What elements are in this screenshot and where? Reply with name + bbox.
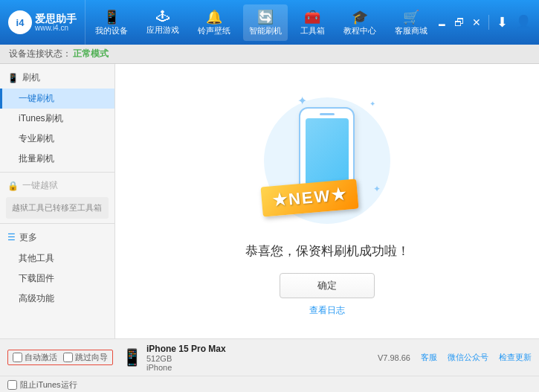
sidebar-item-other[interactable]: 其他工具	[0, 248, 114, 269]
itunes-checkbox[interactable]	[7, 380, 17, 390]
skip-guide-checkbox: 跳过向导	[63, 352, 108, 363]
success-text: 恭喜您，保资料刷机成功啦！	[245, 242, 410, 260]
phone-screen	[306, 118, 349, 185]
itunes-label: 阻止iTunes运行	[20, 379, 77, 391]
auto-activate-group: 自动激活 跳过向导	[7, 350, 113, 365]
user-icon[interactable]: 👤	[515, 14, 532, 30]
auto-activate-label: 自动激活	[25, 352, 57, 363]
sidebar-section-more: ☰ 更多 其他工具 下载固件 高级功能	[0, 224, 114, 312]
nav-ringtone[interactable]: 🔔 铃声壁纸	[192, 4, 236, 41]
bottom-area: 自动激活 跳过向导 📱 iPhone 15 Pro Max 512GB iPho…	[0, 338, 539, 392]
device-row: 自动激活 跳过向导 📱 iPhone 15 Pro Max 512GB iPho…	[0, 339, 539, 376]
new-badge-text: ★NEW★	[271, 184, 348, 210]
feedback-link[interactable]: 客服	[421, 352, 437, 363]
skip-guide-input[interactable]	[63, 353, 73, 362]
auto-activate-input[interactable]	[13, 353, 22, 362]
sidebar-item-pro[interactable]: 专业刷机	[0, 129, 114, 149]
sidebar-item-batch[interactable]: 批量刷机	[0, 149, 114, 169]
view-log-link[interactable]: 查看日志	[309, 304, 345, 317]
star-icon-1: ✦	[297, 94, 307, 108]
star-icon-2: ✦	[369, 100, 375, 108]
maximize-icon[interactable]: 🗗	[454, 16, 465, 28]
nav-smart-flash-label: 智能刷机	[249, 25, 282, 36]
app-header: i4 爱思助手 www.i4.cn 📱 我的设备 🕹 应用游戏 🔔 铃声壁纸 🔄…	[0, 0, 539, 45]
nav-toolbox-label: 工具箱	[300, 25, 325, 36]
device-name: iPhone 15 Pro Max	[146, 344, 226, 354]
sub-header: 设备连接状态： 正常模式	[0, 45, 539, 64]
nav-toolbox[interactable]: 🧰 工具箱	[294, 4, 331, 41]
more-icon: ☰	[7, 232, 16, 242]
sub-header-prefix: 设备连接状态：	[9, 48, 71, 60]
main-layout: 📱 刷机 一键刷机 iTunes刷机 专业刷机 批量刷机 🔒 一键越狱	[0, 64, 539, 338]
phone-illustration: ✦ ✦ ✦ ★NEW★	[253, 86, 401, 235]
sidebar-jailbreak-header: 🔒 一键越狱	[0, 176, 114, 196]
lock-icon: 🔒	[7, 181, 19, 191]
itunes-row: 阻止iTunes运行	[0, 376, 539, 392]
sidebar-more-header: ☰ 更多	[0, 227, 114, 248]
minimize-icon[interactable]: 🗕	[436, 16, 447, 28]
device-info: 📱 iPhone 15 Pro Max 512GB iPhone	[122, 344, 226, 372]
sidebar-item-itunes[interactable]: iTunes刷机	[0, 109, 114, 129]
download-icon[interactable]: ⬇	[497, 14, 508, 30]
nav-store[interactable]: 🛒 客服商城	[389, 4, 433, 41]
flash-icon: 📱	[7, 73, 19, 83]
device-type: iPhone	[146, 363, 226, 372]
logo-title: 爱思助手	[35, 13, 77, 24]
nav-tutorial[interactable]: 🎓 教程中心	[338, 4, 382, 41]
sidebar: 📱 刷机 一键刷机 iTunes刷机 专业刷机 批量刷机 🔒 一键越狱	[0, 64, 115, 338]
wechat-link[interactable]: 微信公众号	[448, 352, 488, 363]
sidebar-item-onekey[interactable]: 一键刷机	[0, 89, 114, 109]
footer-right: V7.98.66 客服 微信公众号 检查更新	[378, 352, 532, 363]
sidebar-section-jailbreak: 🔒 一键越狱 越狱工具已转移至工具箱	[0, 173, 114, 223]
sidebar-warning-box: 越狱工具已转移至工具箱	[6, 197, 109, 219]
logo-icon: i4	[8, 10, 32, 34]
nav-my-device-label: 我的设备	[95, 25, 128, 36]
nav-smart-flash[interactable]: 🔄 智能刷机	[243, 4, 288, 41]
nav-ringtone-label: 铃声壁纸	[198, 25, 230, 36]
auto-activate-checkbox: 自动激活	[13, 352, 57, 363]
device-storage: 512GB	[146, 354, 226, 363]
nav-apps[interactable]: 🕹 应用游戏	[141, 4, 185, 40]
phone-speaker	[320, 113, 335, 115]
nav-my-device[interactable]: 📱 我的设备	[89, 4, 134, 41]
skip-guide-label: 跳过向导	[75, 352, 108, 363]
sub-header-status: 正常模式	[73, 48, 109, 60]
confirm-button[interactable]: 确定	[280, 273, 375, 298]
device-phone-icon: 📱	[122, 348, 142, 367]
close-icon[interactable]: ✕	[472, 16, 481, 28]
sidebar-item-advanced[interactable]: 高级功能	[0, 289, 114, 309]
version-label: V7.98.66	[378, 353, 410, 362]
main-content: ✦ ✦ ✦ ★NEW★ 恭喜您，保资料刷机成功啦！ 确定 查看日志	[115, 64, 539, 338]
nav-store-label: 客服商城	[395, 25, 427, 36]
header-actions: 🗕 🗗 ✕ ⬇ 👤	[436, 14, 539, 30]
device-details: iPhone 15 Pro Max 512GB iPhone	[146, 344, 226, 372]
check-update-link[interactable]: 检查更新	[499, 352, 532, 363]
nav-bar: 📱 我的设备 🕹 应用游戏 🔔 铃声壁纸 🔄 智能刷机 🧰 工具箱 🎓 教程中心…	[85, 0, 436, 45]
nav-tutorial-label: 教程中心	[343, 25, 376, 36]
logo-url: www.i4.cn	[35, 24, 77, 32]
sidebar-item-firmware[interactable]: 下载固件	[0, 269, 114, 289]
sidebar-section-flash-header: 📱 刷机	[0, 67, 114, 89]
logo: i4 爱思助手 www.i4.cn	[0, 0, 85, 45]
star-icon-3: ✦	[373, 184, 381, 194]
nav-apps-label: 应用游戏	[146, 25, 179, 36]
sidebar-section-flash: 📱 刷机 一键刷机 iTunes刷机 专业刷机 批量刷机	[0, 64, 114, 172]
